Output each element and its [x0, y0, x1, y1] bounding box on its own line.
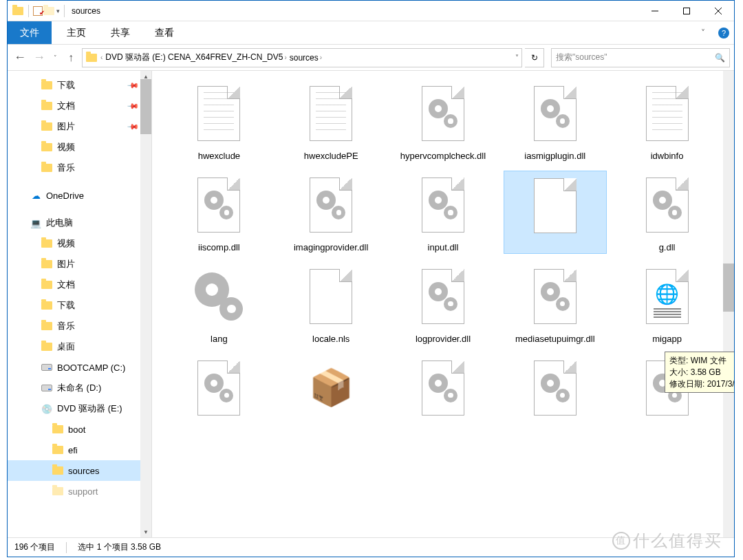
breadcrumb-item[interactable]: sources [290, 53, 319, 63]
file-item[interactable]: iasmigplugin.dll [504, 79, 607, 162]
folder-icon [52, 423, 64, 435]
disc-icon: 💿 [41, 402, 53, 415]
chevron-right-icon[interactable]: › [284, 54, 286, 61]
sidebar-item-pc-desktop[interactable]: 桌面 [8, 336, 151, 357]
tooltip-size: 大小: 3.58 GB [669, 367, 734, 378]
sidebar-scroll-thumb[interactable] [140, 79, 151, 134]
app-folder-icon [12, 5, 24, 17]
history-dropdown-icon[interactable]: ˅ [50, 50, 60, 66]
close-button[interactable] [702, 1, 734, 21]
content-scrollbar[interactable] [723, 71, 734, 537]
sidebar-item-thispc[interactable]: 💻此电脑 [8, 213, 151, 233]
file-item[interactable]: 🌐migapp [616, 262, 719, 345]
statusbar: 196 个项目 选中 1 个项目 3.58 GB [8, 537, 734, 557]
sidebar-item-onedrive[interactable]: ☁OneDrive [8, 185, 151, 206]
search-icon[interactable]: 🔍 [715, 53, 725, 63]
sidebar-item-efi[interactable]: efi [8, 440, 151, 460]
minimize-button[interactable] [639, 1, 671, 21]
file-item[interactable]: imagingprovider.dll [279, 171, 383, 254]
address-dropdown-icon[interactable]: ˅ [515, 54, 519, 61]
search-input[interactable]: 搜索"sources" 🔍 [551, 48, 730, 67]
chevron-right-icon[interactable]: › [320, 54, 322, 61]
sidebar-item-boot[interactable]: boot [8, 419, 151, 440]
sidebar-item-pc-documents[interactable]: 文档 [8, 274, 151, 295]
file-item[interactable] [167, 354, 270, 422]
titlebar: ✔ ▾ sources [8, 1, 734, 21]
file-item[interactable]: 📦 [279, 354, 383, 422]
drive-icon [41, 382, 53, 394]
sidebar-item-videos[interactable]: 视频 [8, 137, 151, 158]
sidebar-item-pictures[interactable]: 图片📌 [8, 116, 151, 137]
folder-icon [41, 237, 53, 250]
folder-icon [41, 320, 53, 332]
tab-view[interactable]: 查看 [142, 21, 186, 44]
file-item[interactable]: locale.nls [279, 262, 383, 345]
file-item[interactable]: hwexclude [167, 79, 270, 162]
file-item[interactable]: g.dll [616, 171, 719, 254]
content-scroll-thumb[interactable] [723, 263, 734, 312]
back-button[interactable]: ← [12, 50, 28, 66]
installer-icon: 📦 [309, 367, 354, 409]
sidebar-item-drive-e[interactable]: 💿DVD 驱动器 (E:) [8, 398, 151, 419]
qat-properties-icon[interactable]: ✔ [33, 6, 43, 16]
forward-button[interactable]: → [31, 50, 47, 66]
navbar: ← → ˅ ↑ ‹ DVD 驱动器 (E:) CENA_X64FREV_ZH-C… [8, 45, 734, 71]
sidebar-item-drive-c[interactable]: BOOTCAMP (C:) [8, 357, 151, 378]
file-item[interactable] [504, 354, 607, 422]
folder-icon [41, 299, 53, 312]
sidebar-scrollbar[interactable] [140, 71, 151, 537]
file-item[interactable]: iiscomp.dll [167, 171, 270, 254]
file-item[interactable]: input.dll [391, 171, 495, 254]
sidebar-item-pc-music[interactable]: 音乐 [8, 316, 151, 336]
file-item[interactable]: hwexcludePE [279, 79, 383, 162]
window-title: sources [72, 6, 100, 16]
help-icon[interactable]: ? [713, 21, 734, 44]
status-count: 196 个项目 [14, 541, 55, 553]
file-item[interactable]: hypervcomplcheck.dll [391, 79, 495, 162]
drive-icon [41, 361, 53, 374]
file-item[interactable]: lang [167, 262, 270, 345]
up-button[interactable]: ↑ [63, 50, 79, 66]
onedrive-icon: ☁ [30, 189, 42, 202]
sidebar-item-pc-downloads[interactable]: 下载 [8, 295, 151, 316]
tab-home[interactable]: 主页 [54, 21, 98, 44]
file-item[interactable]: idwbinfo [616, 79, 719, 162]
ribbon-expand-icon[interactable]: ˅ [693, 21, 713, 44]
folder-icon [52, 444, 64, 456]
folder-icon [52, 464, 64, 477]
pin-icon: 📌 [126, 120, 139, 133]
pin-icon: 📌 [126, 99, 139, 112]
sidebar-item-support[interactable]: support [8, 481, 151, 502]
qat-dropdown-icon[interactable]: ▾ [56, 8, 60, 14]
scroll-down-icon[interactable]: ▼ [140, 526, 151, 537]
folder-icon [41, 279, 53, 291]
folder-icon [41, 120, 53, 133]
sidebar-item-downloads[interactable]: 下载📌 [8, 75, 151, 96]
address-bar[interactable]: ‹ DVD 驱动器 (E:) CENA_X64FREV_ZH-CN_DV5 › … [82, 48, 522, 67]
sidebar-item-music[interactable]: 音乐 [8, 158, 151, 178]
tab-file[interactable]: 文件 [8, 21, 52, 44]
file-item[interactable]: logprovider.dll [391, 262, 495, 345]
tooltip-type: 类型: WIM 文件 [669, 355, 734, 367]
breadcrumb-item[interactable]: DVD 驱动器 (E:) CENA_X64FREV_ZH-CN_DV5 [105, 52, 283, 63]
sidebar-item-sources[interactable]: sources [8, 460, 151, 481]
file-tooltip: 类型: WIM 文件 大小: 3.58 GB 修改日期: 2017/3/20 1… [665, 352, 734, 393]
search-placeholder: 搜索"sources" [556, 52, 607, 63]
svg-rect-1 [684, 8, 690, 14]
pc-icon: 💻 [30, 217, 42, 229]
file-item[interactable]: mediasetupuimgr.dll [504, 262, 607, 345]
sidebar-item-pc-videos[interactable]: 视频 [8, 233, 151, 254]
maximize-button[interactable] [671, 1, 702, 21]
ribbon: 文件 主页 共享 查看 ˅ ? [8, 21, 734, 45]
globe-icon: 🌐 [655, 283, 679, 305]
folder-icon [41, 341, 53, 353]
sidebar-item-pc-pictures[interactable]: 图片 [8, 254, 151, 274]
refresh-button[interactable]: ↻ [525, 48, 544, 67]
chevron-left-icon[interactable]: ‹ [100, 54, 103, 61]
tab-share[interactable]: 共享 [98, 21, 142, 44]
sidebar-item-documents[interactable]: 文档📌 [8, 96, 151, 116]
status-selection: 选中 1 个项目 3.58 GB [78, 541, 161, 553]
sidebar-item-drive-d[interactable]: 未命名 (D:) [8, 378, 151, 398]
file-item[interactable] [391, 354, 495, 422]
file-item-selected[interactable] [504, 171, 607, 254]
